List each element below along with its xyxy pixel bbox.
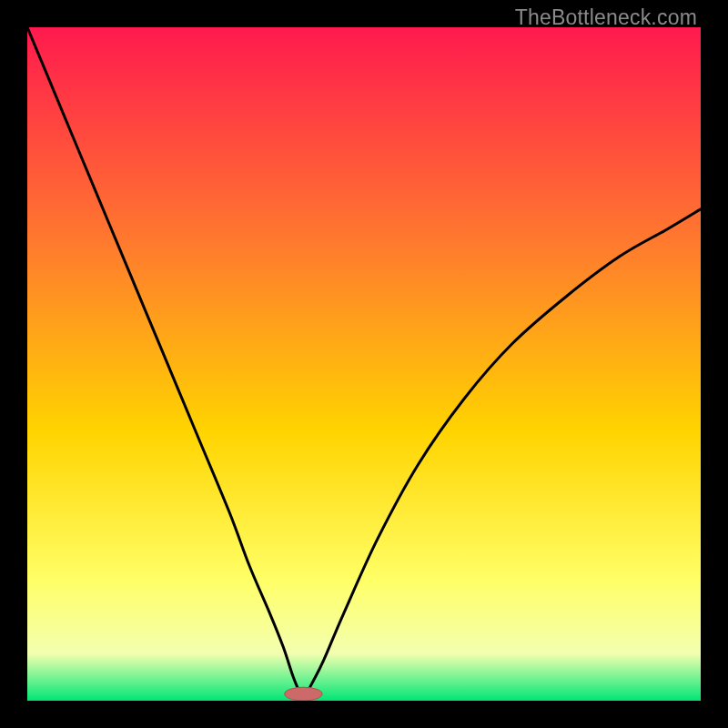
bottleneck-plot — [27, 27, 701, 701]
plot-background — [27, 27, 701, 701]
minimum-marker — [285, 687, 322, 701]
chart-frame — [27, 27, 701, 701]
watermark-text: TheBottleneck.com — [515, 5, 697, 30]
